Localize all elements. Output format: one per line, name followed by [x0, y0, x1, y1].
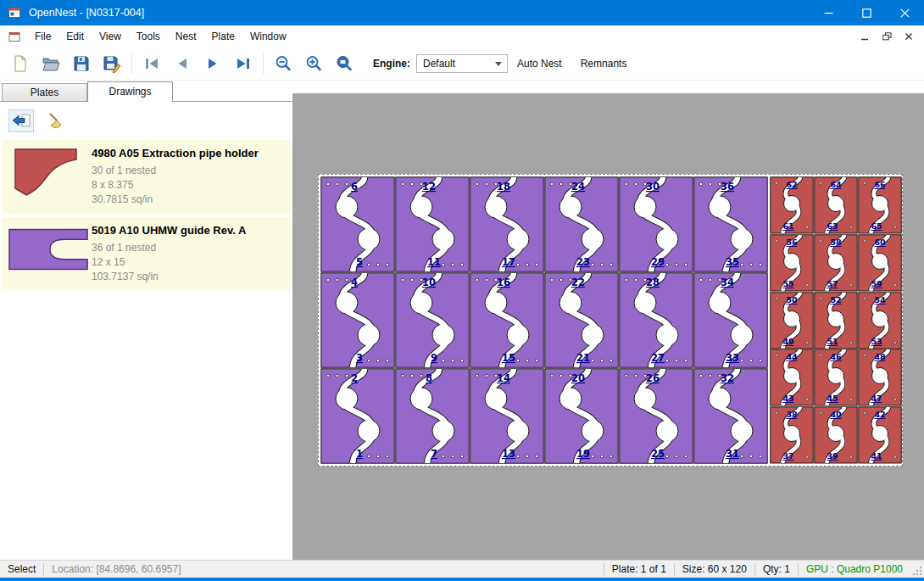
nested-part-pair[interactable]: 58 57 — [814, 234, 858, 292]
last-plate-button[interactable] — [228, 50, 259, 77]
part-number: 63 — [827, 221, 838, 231]
menu-item-plate[interactable]: Plate — [204, 25, 242, 47]
menu-item-file[interactable]: File — [27, 25, 58, 47]
nested-part-pair[interactable]: 14 13 — [470, 368, 544, 464]
chevron-down-icon — [495, 62, 507, 66]
nested-part-pair[interactable]: 40 39 — [814, 406, 858, 464]
nested-part-pair[interactable]: 4 3 — [320, 272, 395, 368]
nested-part-pair[interactable]: 10 9 — [395, 272, 470, 368]
menu-item-nest[interactable]: Nest — [168, 25, 204, 47]
red-parts-grid: 62 61 64 63 66 65 56 55 58 57 60 59 50 4… — [770, 176, 902, 464]
nested-part-pair[interactable]: 48 47 — [858, 349, 902, 406]
drawing-list-item[interactable]: 5019 A10 UHMW guide Rev. A 36 of 1 neste… — [2, 217, 291, 290]
nested-part-pair[interactable]: 8 7 — [395, 368, 470, 464]
nested-part-pair[interactable]: 46 45 — [814, 349, 858, 406]
nested-part-pair[interactable]: 42 41 — [858, 406, 902, 464]
part-number: 53 — [871, 337, 882, 346]
maximize-button[interactable] — [848, 0, 886, 25]
nested-part-pair[interactable]: 64 63 — [814, 176, 858, 234]
save-as-button[interactable] — [97, 50, 127, 77]
nested-part-pair[interactable]: 12 11 — [395, 176, 470, 272]
first-plate-button[interactable] — [136, 50, 167, 77]
part-thumbnail — [5, 223, 92, 276]
next-plate-button[interactable] — [198, 50, 228, 77]
menu-item-view[interactable]: View — [92, 25, 129, 47]
part-number: 4 — [351, 277, 358, 288]
nested-part-pair[interactable]: 44 43 — [770, 349, 814, 406]
part-number: 64 — [830, 180, 842, 189]
nested-part-pair[interactable]: 30 29 — [619, 176, 693, 272]
nested-part-pair[interactable]: 6 5 — [320, 176, 395, 272]
app-icon — [8, 6, 21, 20]
part-number: 46 — [830, 352, 842, 361]
part-number: 58 — [830, 237, 842, 247]
part-number: 15 — [502, 352, 515, 364]
minimize-button[interactable] — [810, 0, 848, 25]
mdi-close-button[interactable] — [902, 30, 916, 43]
part-number: 56 — [786, 237, 798, 247]
part-number: 30 — [646, 181, 660, 193]
nested-part-pair[interactable]: 18 17 — [470, 176, 544, 272]
drawing-info: 4980 A05 Extraction pipe holder 30 of 1 … — [92, 146, 259, 207]
part-number: 7 — [431, 448, 437, 460]
remnants-button[interactable]: Remnants — [571, 50, 637, 77]
nested-part-pair[interactable]: 62 61 — [770, 176, 814, 234]
zoom-in-button[interactable] — [298, 50, 329, 77]
drawings-panel: 4980 A05 Extraction pipe holder 30 of 1 … — [0, 101, 292, 560]
nested-part-pair[interactable]: 26 25 — [619, 368, 693, 464]
auto-nest-button[interactable]: Auto Nest — [508, 50, 571, 77]
part-number: 21 — [576, 352, 590, 364]
zoom-fit-button[interactable] — [329, 50, 359, 77]
part-number: 57 — [827, 279, 838, 288]
nest-canvas[interactable]: 6 5 12 11 18 17 24 23 30 29 36 35 4 3 10… — [292, 81, 924, 560]
clear-drawings-button[interactable] — [44, 109, 70, 132]
engine-label: Engine: — [373, 58, 410, 70]
menu-item-edit[interactable]: Edit — [58, 25, 92, 47]
part-number: 51 — [827, 337, 838, 346]
plate[interactable]: 6 5 12 11 18 17 24 23 30 29 36 35 4 3 10… — [318, 174, 903, 466]
panel-tab-bar: Plates Drawings — [0, 81, 292, 101]
nested-part-pair[interactable]: 32 31 — [693, 368, 768, 464]
resize-grip[interactable] — [910, 561, 924, 578]
part-number: 11 — [427, 256, 441, 268]
tab-plates[interactable]: Plates — [2, 83, 87, 101]
mdi-restore-button[interactable] — [880, 30, 893, 43]
zoom-out-button[interactable] — [268, 50, 298, 77]
nested-part-pair[interactable]: 52 51 — [814, 292, 858, 349]
mdi-minimize-button[interactable] — [858, 30, 871, 43]
part-number: 29 — [651, 256, 665, 268]
engine-select[interactable]: Default — [416, 54, 508, 73]
nested-part-pair[interactable]: 20 19 — [544, 368, 619, 464]
drawing-list-item[interactable]: 4980 A05 Extraction pipe holder 30 of 1 … — [2, 140, 291, 213]
drawing-title: 5019 A10 UHMW guide Rev. A — [92, 224, 246, 237]
nested-part-pair[interactable]: 2 1 — [320, 368, 395, 464]
nested-part-pair[interactable]: 56 55 — [770, 234, 814, 292]
nested-part-pair[interactable]: 28 27 — [619, 272, 693, 368]
assign-drawing-button[interactable] — [8, 109, 34, 132]
part-number: 8 — [426, 372, 432, 384]
nested-part-pair[interactable]: 60 59 — [858, 234, 902, 292]
nested-part-pair[interactable]: 22 21 — [544, 272, 619, 368]
nested-part-pair[interactable]: 16 15 — [470, 272, 544, 368]
part-number: 41 — [871, 451, 882, 461]
previous-plate-button[interactable] — [167, 50, 198, 77]
save-button[interactable] — [66, 50, 97, 77]
nested-part-pair[interactable]: 66 65 — [858, 176, 902, 234]
new-file-button[interactable] — [5, 50, 36, 77]
drawing-size: 12 x 15 — [92, 255, 246, 270]
menu-item-tools[interactable]: Tools — [129, 25, 168, 47]
nested-part-pair[interactable]: 24 23 — [544, 176, 619, 272]
nested-part-pair[interactable]: 54 53 — [858, 292, 902, 349]
part-number: 59 — [871, 279, 882, 288]
nested-part-pair[interactable]: 36 35 — [693, 176, 768, 272]
status-plate-count: Plate: 1 of 1 — [604, 563, 674, 575]
menu-item-window[interactable]: Window — [242, 25, 294, 47]
open-file-button[interactable] — [36, 50, 66, 77]
nested-part-pair[interactable]: 38 37 — [770, 406, 814, 464]
tab-drawings[interactable]: Drawings — [87, 81, 173, 102]
close-button[interactable] — [886, 0, 924, 25]
menu-bar: File Edit View Tools Nest Plate Window — [0, 25, 924, 47]
part-number: 45 — [827, 394, 838, 403]
nested-part-pair[interactable]: 34 33 — [693, 272, 768, 368]
nested-part-pair[interactable]: 50 49 — [770, 292, 814, 349]
